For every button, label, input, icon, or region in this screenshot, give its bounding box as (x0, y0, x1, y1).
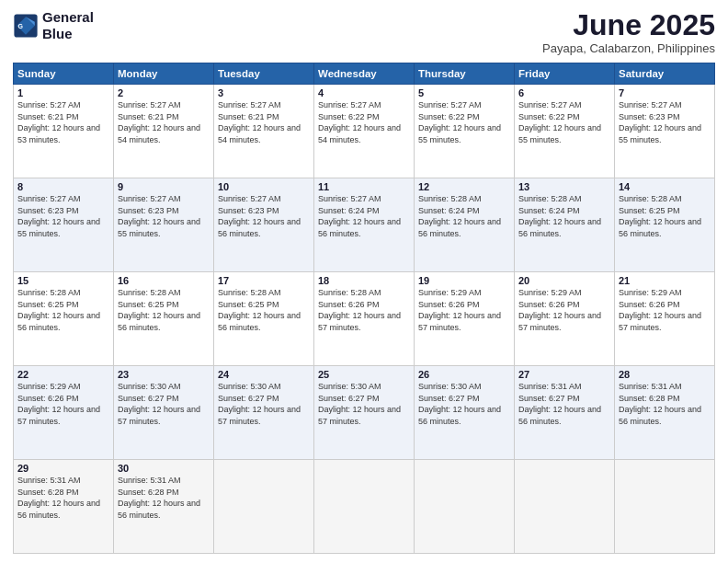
calendar-cell: 13 Sunrise: 5:28 AMSunset: 6:24 PMDaylig… (515, 178, 615, 272)
day-number: 30 (118, 463, 210, 474)
day-info: Sunrise: 5:27 AMSunset: 6:21 PMDaylight:… (218, 100, 301, 144)
calendar-cell: 24 Sunrise: 5:30 AMSunset: 6:27 PMDaylig… (214, 366, 314, 460)
calendar-cell: 4 Sunrise: 5:27 AMSunset: 6:22 PMDayligh… (314, 85, 415, 178)
col-saturday: Saturday (615, 63, 715, 85)
logo: G General Blue (13, 9, 94, 42)
calendar-cell (515, 460, 615, 554)
day-info: Sunrise: 5:31 AMSunset: 6:28 PMDaylight:… (17, 476, 100, 520)
calendar-cell: 14 Sunrise: 5:28 AMSunset: 6:25 PMDaylig… (615, 178, 715, 272)
logo-line1: General (42, 9, 94, 26)
day-info: Sunrise: 5:27 AMSunset: 6:23 PMDaylight:… (17, 194, 100, 238)
day-info: Sunrise: 5:30 AMSunset: 6:27 PMDaylight:… (418, 382, 501, 426)
calendar-cell: 27 Sunrise: 5:31 AMSunset: 6:27 PMDaylig… (515, 366, 615, 460)
location-subtitle: Payapa, Calabarzon, Philippines (542, 41, 715, 55)
day-number: 25 (318, 369, 410, 380)
logo-line2: Blue (42, 26, 94, 42)
col-friday: Friday (515, 63, 615, 85)
day-number: 19 (418, 275, 510, 286)
day-info: Sunrise: 5:27 AMSunset: 6:22 PMDaylight:… (318, 100, 401, 144)
day-info: Sunrise: 5:29 AMSunset: 6:26 PMDaylight:… (418, 288, 501, 332)
day-info: Sunrise: 5:28 AMSunset: 6:25 PMDaylight:… (619, 194, 701, 238)
calendar-cell: 22 Sunrise: 5:29 AMSunset: 6:26 PMDaylig… (14, 366, 114, 460)
day-number: 23 (118, 369, 210, 380)
calendar-week-5: 29 Sunrise: 5:31 AMSunset: 6:28 PMDaylig… (14, 460, 715, 554)
day-number: 11 (318, 181, 410, 192)
day-info: Sunrise: 5:27 AMSunset: 6:24 PMDaylight:… (318, 194, 401, 238)
day-number: 2 (118, 87, 210, 98)
calendar-cell: 21 Sunrise: 5:29 AMSunset: 6:26 PMDaylig… (615, 272, 715, 366)
day-number: 4 (318, 87, 410, 98)
calendar-cell: 12 Sunrise: 5:28 AMSunset: 6:24 PMDaylig… (415, 178, 515, 272)
day-number: 17 (218, 275, 310, 286)
calendar-cell: 30 Sunrise: 5:31 AMSunset: 6:28 PMDaylig… (114, 460, 214, 554)
day-number: 7 (619, 87, 711, 98)
calendar-cell: 1 Sunrise: 5:27 AMSunset: 6:21 PMDayligh… (14, 85, 114, 178)
title-block: June 2025 Payapa, Calabarzon, Philippine… (542, 9, 715, 55)
calendar-week-4: 22 Sunrise: 5:29 AMSunset: 6:26 PMDaylig… (14, 366, 715, 460)
day-info: Sunrise: 5:27 AMSunset: 6:21 PMDaylight:… (17, 100, 100, 144)
day-number: 1 (17, 87, 109, 98)
calendar-cell: 11 Sunrise: 5:27 AMSunset: 6:24 PMDaylig… (314, 178, 415, 272)
calendar-cell: 10 Sunrise: 5:27 AMSunset: 6:23 PMDaylig… (214, 178, 314, 272)
calendar-cell: 3 Sunrise: 5:27 AMSunset: 6:21 PMDayligh… (214, 85, 314, 178)
day-info: Sunrise: 5:28 AMSunset: 6:25 PMDaylight:… (118, 288, 200, 332)
calendar-week-3: 15 Sunrise: 5:28 AMSunset: 6:25 PMDaylig… (14, 272, 715, 366)
calendar-cell: 9 Sunrise: 5:27 AMSunset: 6:23 PMDayligh… (114, 178, 214, 272)
day-number: 24 (218, 369, 310, 380)
day-info: Sunrise: 5:27 AMSunset: 6:23 PMDaylight:… (118, 194, 200, 238)
calendar-cell: 7 Sunrise: 5:27 AMSunset: 6:23 PMDayligh… (615, 85, 715, 178)
day-info: Sunrise: 5:27 AMSunset: 6:23 PMDaylight:… (619, 100, 701, 144)
day-info: Sunrise: 5:31 AMSunset: 6:28 PMDaylight:… (619, 382, 701, 426)
day-info: Sunrise: 5:31 AMSunset: 6:28 PMDaylight:… (118, 476, 200, 520)
day-number: 20 (518, 275, 610, 286)
col-thursday: Thursday (415, 63, 515, 85)
calendar-week-1: 1 Sunrise: 5:27 AMSunset: 6:21 PMDayligh… (14, 85, 715, 178)
day-number: 12 (418, 181, 510, 192)
month-title: June 2025 (542, 9, 715, 41)
calendar-cell: 28 Sunrise: 5:31 AMSunset: 6:28 PMDaylig… (615, 366, 715, 460)
logo-icon: G (13, 13, 39, 39)
calendar-cell: 19 Sunrise: 5:29 AMSunset: 6:26 PMDaylig… (415, 272, 515, 366)
day-number: 29 (17, 463, 109, 474)
day-info: Sunrise: 5:29 AMSunset: 6:26 PMDaylight:… (518, 288, 601, 332)
calendar-cell: 17 Sunrise: 5:28 AMSunset: 6:25 PMDaylig… (214, 272, 314, 366)
day-number: 8 (17, 181, 109, 192)
day-info: Sunrise: 5:29 AMSunset: 6:26 PMDaylight:… (619, 288, 701, 332)
calendar-table: Sunday Monday Tuesday Wednesday Thursday… (13, 63, 715, 554)
calendar-cell: 15 Sunrise: 5:28 AMSunset: 6:25 PMDaylig… (14, 272, 114, 366)
col-wednesday: Wednesday (314, 63, 415, 85)
day-info: Sunrise: 5:27 AMSunset: 6:23 PMDaylight:… (218, 194, 301, 238)
calendar-cell (314, 460, 415, 554)
day-info: Sunrise: 5:27 AMSunset: 6:22 PMDaylight:… (518, 100, 601, 144)
day-number: 10 (218, 181, 310, 192)
calendar-cell: 26 Sunrise: 5:30 AMSunset: 6:27 PMDaylig… (415, 366, 515, 460)
day-number: 5 (418, 87, 510, 98)
calendar-cell: 23 Sunrise: 5:30 AMSunset: 6:27 PMDaylig… (114, 366, 214, 460)
day-info: Sunrise: 5:31 AMSunset: 6:27 PMDaylight:… (518, 382, 601, 426)
calendar-page: G General Blue June 2025 Payapa, Calabar… (0, 0, 728, 563)
day-number: 6 (518, 87, 610, 98)
calendar-cell: 8 Sunrise: 5:27 AMSunset: 6:23 PMDayligh… (14, 178, 114, 272)
day-info: Sunrise: 5:28 AMSunset: 6:24 PMDaylight:… (418, 194, 501, 238)
day-number: 9 (118, 181, 210, 192)
page-header: G General Blue June 2025 Payapa, Calabar… (13, 9, 715, 55)
col-monday: Monday (114, 63, 214, 85)
calendar-cell: 20 Sunrise: 5:29 AMSunset: 6:26 PMDaylig… (515, 272, 615, 366)
day-number: 16 (118, 275, 210, 286)
day-number: 28 (619, 369, 711, 380)
calendar-header-row: Sunday Monday Tuesday Wednesday Thursday… (14, 63, 715, 85)
day-number: 22 (17, 369, 109, 380)
col-tuesday: Tuesday (214, 63, 314, 85)
calendar-cell: 25 Sunrise: 5:30 AMSunset: 6:27 PMDaylig… (314, 366, 415, 460)
day-info: Sunrise: 5:29 AMSunset: 6:26 PMDaylight:… (17, 382, 100, 426)
calendar-cell (415, 460, 515, 554)
svg-text:G: G (18, 23, 24, 29)
day-info: Sunrise: 5:30 AMSunset: 6:27 PMDaylight:… (318, 382, 401, 426)
day-info: Sunrise: 5:28 AMSunset: 6:26 PMDaylight:… (318, 288, 401, 332)
calendar-week-2: 8 Sunrise: 5:27 AMSunset: 6:23 PMDayligh… (14, 178, 715, 272)
calendar-cell: 29 Sunrise: 5:31 AMSunset: 6:28 PMDaylig… (14, 460, 114, 554)
calendar-cell: 2 Sunrise: 5:27 AMSunset: 6:21 PMDayligh… (114, 85, 214, 178)
day-number: 21 (619, 275, 711, 286)
day-number: 18 (318, 275, 410, 286)
calendar-cell (214, 460, 314, 554)
